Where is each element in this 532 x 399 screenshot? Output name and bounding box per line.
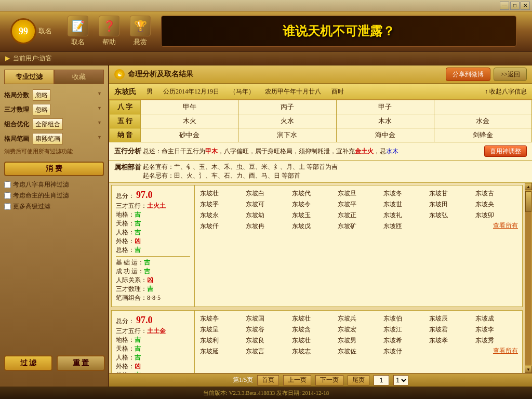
name-item[interactable]: 东坡永 [199,210,243,220]
name-item[interactable]: 东坡言 [245,347,288,356]
return-button[interactable]: >>返回 [494,68,527,81]
name-item[interactable]: 东坡冉 [245,221,288,231]
filter-select-sancaishuli[interactable]: 忽略优先必须 [33,104,50,115]
name-item[interactable]: 东坡良 [245,336,288,345]
name-item[interactable]: 东坡孝 [428,336,472,345]
name-item[interactable]: 东坡玉 [291,210,335,220]
name-item[interactable]: 东坡伯 [382,314,426,324]
page-next-button[interactable]: 下一页 [315,375,343,385]
name-item[interactable]: 东坡延 [199,347,243,356]
name-item[interactable]: 东坡幼 [245,210,288,220]
view-all-2[interactable]: 查看所有 [474,347,518,356]
name-item[interactable]: 东坡乎 [199,200,243,209]
name-item[interactable]: 东坡佐 [337,347,380,356]
name-item[interactable]: 东坡仟 [199,221,243,231]
results-scroll[interactable]: 总分： 97.0 三才五行：土火土 地格：吉 天格：吉 人格：吉 外格：凶 总格… [109,183,525,373]
person-solar-date: 公历2014年12月19日 [163,87,219,96]
name-item[interactable]: 东坡呈 [199,325,243,335]
name-item[interactable]: 东坡戊 [291,221,335,231]
name-item[interactable]: 东坡国 [245,314,288,324]
share-button[interactable]: 分享到微博 [446,68,490,81]
name-item[interactable]: 东坡伃 [382,347,426,356]
name-item[interactable]: 东坡辰 [428,314,472,324]
checkbox-shengxiao[interactable] [4,192,11,199]
maximize-button[interactable]: □ [510,2,520,10]
name-item[interactable]: 东坡君 [428,325,472,335]
person-time: 酉时 [331,87,344,96]
checkbox-advanced[interactable] [4,203,11,210]
name-item[interactable]: 东坡世 [382,200,426,209]
filter-button[interactable]: 过 滤 [4,355,52,371]
name-item[interactable]: 东坡李 [474,325,518,335]
nav-quminig-label: 取名 [71,37,85,47]
pagination: 第1/5页 首页 上一页 下一页 尾页 123 [109,373,532,387]
name-item[interactable]: 东坡田 [428,200,472,209]
name-item[interactable]: 东坡平 [337,200,380,209]
tab-collect[interactable]: 收藏 [54,70,104,84]
name-item[interactable]: 东坡白 [245,189,288,198]
score-val-2: 97.0 [136,315,153,325]
wuxing-highlight3: 水木 [386,148,398,155]
name-item[interactable]: 东坡冬 [382,189,426,198]
name-item[interactable]: 东坡成 [474,314,518,324]
checkbox-bazi[interactable] [4,181,11,188]
scrollbar[interactable]: ▲ ▼ [525,183,532,373]
adjust-button[interactable]: 喜用神调整 [484,145,527,157]
name-item[interactable]: 东坡含 [291,325,335,335]
name-item[interactable]: 东坡弘 [428,210,472,220]
name-item[interactable]: 东坡正 [337,210,380,220]
filter-select-zuhe[interactable]: 全部组合优化组合 [33,118,63,130]
name-item[interactable]: 东坡代 [291,189,335,198]
name-item[interactable]: 东坡男 [337,336,380,345]
name-item[interactable]: 东坡卯 [474,210,518,220]
page-size-select[interactable]: 123 [393,375,408,385]
name-item[interactable]: 东坡壮 [291,336,335,345]
name-item[interactable]: 东坡央 [474,200,518,209]
page-input[interactable] [374,375,389,385]
tab-filter[interactable]: 专业过滤 [4,70,54,84]
name-item[interactable]: 东坡壮 [199,189,243,198]
score-val-1: 97.0 [136,190,153,200]
name-item[interactable]: 东坡亭 [199,314,243,324]
collect-button[interactable]: ↑ 收起八字信息 [485,87,527,96]
reset-button[interactable]: 重 置 [57,355,105,371]
name-item[interactable]: 东坡可 [245,200,288,209]
close-button[interactable]: ✕ [521,2,530,10]
consume-button[interactable]: 消 费 [4,162,104,176]
name-item[interactable]: 东坡矿 [337,221,380,231]
name-item[interactable]: 东坡令 [291,200,335,209]
scroll-down-arrow[interactable]: ▼ [525,366,532,373]
header-banner[interactable]: 谁说天机不可泄露？ [161,16,516,47]
name-item[interactable]: 东坡谷 [245,325,288,335]
name-item[interactable]: 东坡古 [474,189,518,198]
nav-xuanshang[interactable]: 🏆 悬赏 [130,16,151,47]
nav-quminig[interactable]: 📝 取名 [68,16,88,47]
filter-row-sancaishuli: 三才数理 忽略优先必须 [4,104,104,115]
name-item[interactable]: 东坡甘 [428,189,472,198]
page-first-button[interactable]: 首页 [257,375,279,385]
name-item[interactable]: 东坡匝 [382,221,426,231]
name-item[interactable]: 东坡壮 [291,314,335,324]
name-item[interactable]: 东坡利 [199,336,243,345]
filter-select-bihua[interactable]: 康熙笔画标准笔画 [33,133,63,144]
zong-row-1: 总格：吉 [116,246,190,255]
scroll-thumb[interactable] [525,191,531,212]
page-last-button[interactable]: 尾页 [348,375,369,385]
filter-select-gejufenshu[interactable]: 忽略优先必须 [33,89,50,101]
name-item[interactable]: 东坡兵 [337,314,380,324]
view-all-1[interactable]: 查看所有 [474,221,518,231]
scroll-up-arrow[interactable]: ▲ [525,183,532,190]
name-item[interactable]: 东坡江 [382,325,426,335]
name-item[interactable]: 东坡希 [382,336,426,345]
name-item[interactable]: 东坡秀 [474,336,518,345]
name-item[interactable]: 东坡旦 [337,189,380,198]
shuxiang-label: 属相部首 [114,163,143,172]
nav-bangzhu[interactable]: ❓ 帮助 [99,16,119,47]
page-prev-button[interactable]: 上一页 [283,375,311,385]
name-item[interactable]: 东坡宏 [337,325,380,335]
dige-row-2: 地格：吉 [116,336,190,344]
name-item[interactable]: 东坡礼 [382,210,426,220]
name-item[interactable]: 东坡志 [291,347,335,356]
wuxing-3: 木水 [336,114,434,128]
minimize-button[interactable]: — [500,2,509,10]
